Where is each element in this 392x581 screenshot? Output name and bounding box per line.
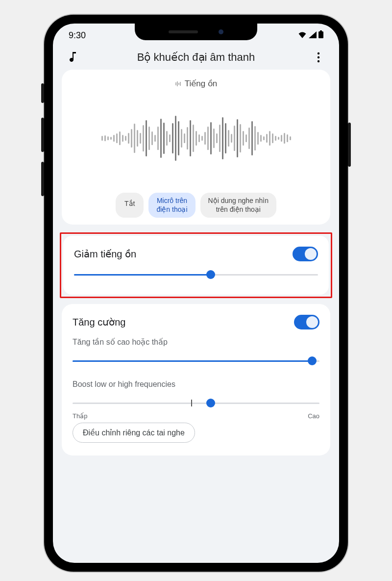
svg-rect-8 <box>180 82 181 86</box>
svg-rect-1 <box>320 30 322 31</box>
chip-phone-mic[interactable]: Micrô trên điện thoại <box>148 193 195 218</box>
front-camera <box>219 29 223 34</box>
reduce-noise-card: Giảm tiếng ồn <box>63 236 329 295</box>
notch <box>135 24 257 40</box>
screen: 9:30 Bộ khuếch đại âm thanh <box>53 24 339 563</box>
more-vert-icon[interactable] <box>312 52 325 63</box>
scale-high: Cao <box>308 412 319 420</box>
chip-phone-media[interactable]: Nội dung nghe nhìn trên điện thoại <box>200 193 276 218</box>
status-time: 9:30 <box>69 30 86 41</box>
reduce-noise-slider[interactable] <box>74 269 318 281</box>
wifi-icon <box>298 30 307 41</box>
boost-sub1: Tăng tần số cao hoặc thấp <box>73 337 319 347</box>
scale-labels: Thấp Cao <box>73 412 319 420</box>
phone-side-button <box>41 162 44 196</box>
waveform <box>73 101 319 175</box>
svg-point-4 <box>318 60 319 62</box>
boost-slider-1[interactable] <box>73 355 319 367</box>
app-bar: Bộ khuếch đại âm thanh <box>53 47 339 70</box>
cellular-icon <box>309 30 317 41</box>
speaker-grill <box>169 30 198 33</box>
phone-side-button <box>41 83 44 103</box>
battery-icon <box>318 30 323 41</box>
source-chips: Tắt Micrô trên điện thoại Nội dung nghe … <box>73 193 319 218</box>
phone-side-button <box>348 123 351 167</box>
chip-off[interactable]: Tắt <box>116 193 144 218</box>
noise-title-text: Tiếng ồn <box>185 78 218 89</box>
highlight-box: Giảm tiếng ồn <box>60 232 332 298</box>
svg-point-2 <box>318 52 319 54</box>
boost-toggle[interactable] <box>294 315 319 329</box>
equalizer-icon <box>175 80 182 87</box>
adjust-headphones-button[interactable]: Điều chỉnh riêng các tai nghe <box>73 423 195 443</box>
scale-low: Thấp <box>73 412 87 420</box>
phone-side-button <box>41 118 44 152</box>
noise-visualizer-card: Tiếng ồn Tắt Micrô trên điện thoại Nội d… <box>62 70 330 225</box>
reduce-noise-label: Giảm tiếng ồn <box>74 248 136 260</box>
app-title: Bộ khuếch đại âm thanh <box>80 51 312 64</box>
noise-title: Tiếng ồn <box>175 78 218 89</box>
phone-frame: 9:30 Bộ khuếch đại âm thanh <box>44 15 348 572</box>
boost-card: Tăng cường Tăng tần số cao hoặc thấp Boo… <box>62 304 330 455</box>
boost-label: Tăng cường <box>73 316 125 328</box>
svg-rect-6 <box>177 81 178 86</box>
svg-point-3 <box>318 56 319 58</box>
boost-sub2: Boost low or high frequencies <box>73 380 319 389</box>
music-note-icon[interactable] <box>67 52 80 63</box>
reduce-noise-toggle[interactable] <box>293 247 318 261</box>
svg-rect-5 <box>175 82 176 85</box>
svg-rect-7 <box>178 83 179 85</box>
svg-rect-0 <box>318 31 323 38</box>
boost-slider-2[interactable] <box>73 398 319 409</box>
